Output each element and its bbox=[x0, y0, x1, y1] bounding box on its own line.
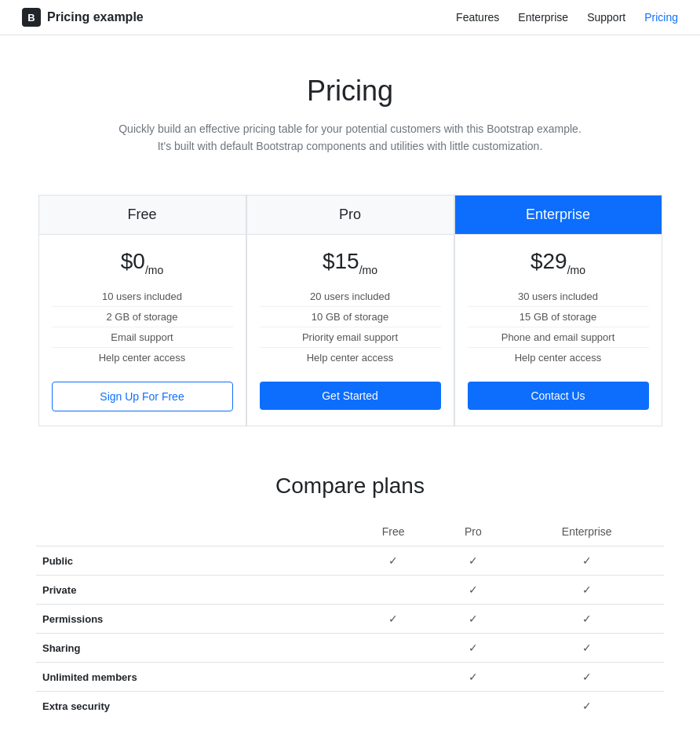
enterprise-check: ✓ bbox=[509, 576, 664, 605]
free-check bbox=[350, 634, 436, 663]
enterprise-check: ✓ bbox=[509, 692, 664, 721]
col-feature bbox=[36, 517, 350, 546]
table-row: Sharing ✓ ✓ bbox=[36, 634, 664, 663]
card-enterprise-header: Enterprise bbox=[455, 196, 662, 235]
feature-label: Permissions bbox=[36, 605, 350, 634]
table-row: Free Pro Enterprise bbox=[36, 517, 664, 546]
checkmark-icon: ✓ bbox=[468, 671, 478, 683]
hero-section: Pricing Quickly build an effective prici… bbox=[0, 35, 700, 179]
pro-check: ✓ bbox=[436, 576, 509, 605]
card-pro-header: Pro bbox=[247, 196, 454, 235]
enterprise-check: ✓ bbox=[509, 634, 664, 663]
checkmark-icon: ✓ bbox=[582, 612, 592, 625]
compare-table: Free Pro Enterprise Public ✓ ✓ ✓ Private… bbox=[36, 517, 664, 720]
pricing-cards: Free $0/mo 10 users included 2 GB of sto… bbox=[0, 179, 700, 459]
card-pro: Pro $15/mo 20 users included 10 GB of st… bbox=[246, 195, 454, 427]
table-row: Private ✓ ✓ bbox=[36, 576, 664, 605]
list-item: Phone and email support bbox=[468, 327, 649, 348]
enterprise-cta-button[interactable]: Contact Us bbox=[468, 382, 649, 410]
list-item: 30 users included bbox=[468, 287, 649, 307]
list-item: Help center access bbox=[52, 348, 233, 367]
navbar: B Pricing example Features Enterprise Su… bbox=[0, 0, 700, 35]
feature-label: Unlimited members bbox=[36, 663, 350, 692]
compare-section: Compare plans Free Pro Enterprise Public… bbox=[0, 458, 700, 742]
nav-link-enterprise[interactable]: Enterprise bbox=[518, 11, 568, 24]
checkmark-icon: ✓ bbox=[468, 554, 478, 567]
list-item: Priority email support bbox=[260, 327, 441, 348]
pro-check bbox=[436, 692, 509, 721]
table-row: Permissions ✓ ✓ ✓ bbox=[36, 605, 664, 634]
free-check bbox=[350, 576, 436, 605]
enterprise-check: ✓ bbox=[509, 605, 664, 634]
checkmark-icon: ✓ bbox=[582, 554, 592, 567]
card-pro-body: $15/mo 20 users included 10 GB of storag… bbox=[247, 235, 454, 425]
card-enterprise: Enterprise $29/mo 30 users included 15 G… bbox=[454, 195, 662, 427]
compare-table-head: Free Pro Enterprise bbox=[36, 517, 664, 546]
card-free-price: $0/mo bbox=[52, 249, 233, 276]
col-enterprise: Enterprise bbox=[509, 517, 664, 546]
card-enterprise-features: 30 users included 15 GB of storage Phone… bbox=[468, 287, 649, 367]
checkmark-icon: ✓ bbox=[388, 612, 398, 625]
card-free: Free $0/mo 10 users included 2 GB of sto… bbox=[38, 195, 246, 427]
checkmark-icon: ✓ bbox=[388, 554, 398, 567]
enterprise-check: ✓ bbox=[509, 663, 664, 692]
list-item: 15 GB of storage bbox=[468, 307, 649, 327]
pro-check: ✓ bbox=[436, 605, 509, 634]
list-item: 10 GB of storage bbox=[260, 307, 441, 327]
free-cta-button[interactable]: Sign Up For Free bbox=[52, 382, 233, 411]
list-item: 10 users included bbox=[52, 287, 233, 307]
card-pro-title: Pro bbox=[339, 207, 361, 222]
free-check bbox=[350, 692, 436, 721]
nav-link-pricing[interactable]: Pricing bbox=[644, 11, 678, 24]
card-enterprise-body: $29/mo 30 users included 15 GB of storag… bbox=[455, 235, 662, 425]
checkmark-icon: ✓ bbox=[468, 641, 478, 654]
free-check: ✓ bbox=[350, 546, 436, 576]
col-pro: Pro bbox=[436, 517, 509, 546]
feature-label: Extra security bbox=[36, 692, 350, 721]
card-pro-features: 20 users included 10 GB of storage Prior… bbox=[260, 287, 441, 367]
list-item: Help center access bbox=[260, 348, 441, 367]
table-row: Public ✓ ✓ ✓ bbox=[36, 546, 664, 576]
checkmark-icon: ✓ bbox=[582, 671, 592, 683]
card-free-header: Free bbox=[39, 196, 246, 235]
card-pro-price: $15/mo bbox=[260, 249, 441, 276]
table-row: Extra security ✓ bbox=[36, 692, 664, 721]
feature-label: Public bbox=[36, 546, 350, 576]
compare-table-body: Public ✓ ✓ ✓ Private ✓ ✓ Permissions ✓ ✓… bbox=[36, 546, 664, 721]
brand-label: Pricing example bbox=[47, 10, 144, 24]
checkmark-icon: ✓ bbox=[582, 700, 592, 712]
page-title: Pricing bbox=[16, 75, 684, 108]
list-item: Email support bbox=[52, 327, 233, 348]
pro-check: ✓ bbox=[436, 663, 509, 692]
checkmark-icon: ✓ bbox=[468, 612, 478, 625]
brand: B Pricing example bbox=[22, 8, 144, 27]
pro-check: ✓ bbox=[436, 546, 509, 576]
card-enterprise-price: $29/mo bbox=[468, 249, 649, 276]
feature-label: Private bbox=[36, 576, 350, 605]
hero-subtitle: Quickly build an effective pricing table… bbox=[115, 120, 585, 155]
pro-check: ✓ bbox=[436, 634, 509, 663]
feature-label: Sharing bbox=[36, 634, 350, 663]
card-enterprise-title: Enterprise bbox=[526, 207, 590, 222]
free-check bbox=[350, 663, 436, 692]
pro-cta-button[interactable]: Get Started bbox=[260, 382, 441, 410]
card-free-title: Free bbox=[127, 207, 156, 222]
free-check: ✓ bbox=[350, 605, 436, 634]
nav-links: Features Enterprise Support Pricing bbox=[456, 11, 678, 24]
table-row: Unlimited members ✓ ✓ bbox=[36, 663, 664, 692]
card-free-features: 10 users included 2 GB of storage Email … bbox=[52, 287, 233, 367]
nav-link-features[interactable]: Features bbox=[456, 11, 499, 24]
compare-title: Compare plans bbox=[36, 473, 664, 499]
card-free-body: $0/mo 10 users included 2 GB of storage … bbox=[39, 235, 246, 426]
nav-link-support[interactable]: Support bbox=[587, 11, 625, 24]
enterprise-check: ✓ bbox=[509, 546, 664, 576]
checkmark-icon: ✓ bbox=[582, 583, 592, 596]
list-item: 20 users included bbox=[260, 287, 441, 307]
list-item: 2 GB of storage bbox=[52, 307, 233, 327]
brand-icon: B bbox=[22, 8, 41, 27]
col-free: Free bbox=[350, 517, 436, 546]
list-item: Help center access bbox=[468, 348, 649, 367]
checkmark-icon: ✓ bbox=[468, 583, 478, 596]
checkmark-icon: ✓ bbox=[582, 641, 592, 654]
